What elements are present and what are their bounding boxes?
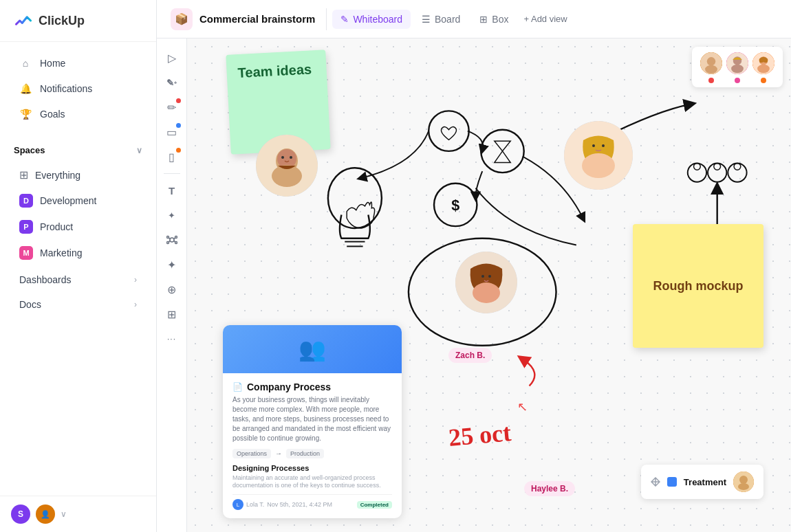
sidebar-bottom[interactable]: S 👤 ∨ (0, 496, 156, 532)
tool-pen-plus[interactable]: ✎+ (161, 71, 183, 93)
mkt-dot: M (19, 246, 33, 260)
sticky-yellow-text: Rough mockup (653, 279, 744, 293)
sidebar-item-product[interactable]: P Product (6, 214, 151, 239)
tool-pencil[interactable]: ✏ (161, 96, 183, 118)
svg-point-41 (488, 275, 491, 278)
sidebar-item-development[interactable]: D Development (6, 188, 151, 213)
chevron-right-icon: › (134, 275, 137, 285)
treatment-card: Treatment (641, 465, 763, 499)
svg-point-20 (708, 163, 726, 181)
tab-whiteboard-label: Whiteboard (353, 14, 402, 25)
label-zach: Zach B. (448, 348, 492, 363)
process-card-header: 👥 (223, 325, 402, 373)
sidebar: ClickUp ⌂ Home 🔔 Notifications 🏆 Goals S… (0, 0, 157, 532)
sidebar-item-docs[interactable]: Docs › (6, 292, 151, 314)
tab-whiteboard[interactable]: ✎ Whiteboard (332, 10, 411, 29)
project-icon: 📦 (171, 8, 193, 30)
treatment-status-square (667, 477, 677, 487)
chat-dot (176, 148, 181, 153)
tool-text[interactable]: T (161, 179, 183, 201)
avatar-chevron: ∨ (61, 509, 67, 519)
app-logo[interactable]: ClickUp (0, 0, 156, 42)
tool-globe[interactable]: ⊕ (161, 278, 183, 300)
add-view-label: + Add view (523, 14, 567, 24)
svg-point-36 (602, 144, 605, 147)
spaces-header[interactable]: Spaces ∨ (0, 138, 156, 162)
process-card-desc: As your business grows, things will inev… (232, 395, 392, 443)
spaces-label: Spaces (14, 145, 45, 155)
avatar-1 (699, 51, 724, 76)
svg-point-13 (481, 130, 523, 173)
sidebar-item-everything[interactable]: ⊞ Everything (6, 163, 151, 187)
sidebar-label-marketing: Marketing (40, 247, 82, 258)
tool-cursor[interactable]: ▷ (161, 47, 183, 69)
topbar-tabs: ✎ Whiteboard ☰ Board ⊞ Box (332, 10, 517, 29)
sidebar-label-goals: Goals (40, 109, 65, 120)
box-icon: ⊞ (479, 14, 488, 25)
tab-board-label: Board (435, 14, 460, 25)
svg-point-4 (175, 242, 177, 244)
tool-more[interactable]: ··· (161, 328, 183, 350)
sticky-note-yellow: Rough mockup (633, 224, 763, 348)
tool-shape[interactable]: ✦ (161, 204, 183, 226)
process-card[interactable]: 👥 📄 Company Process As your business gro… (223, 325, 402, 518)
sidebar-nav: ⌂ Home 🔔 Notifications 🏆 Goals (0, 42, 156, 135)
trophy-icon: 🏆 (19, 108, 32, 120)
sidebar-item-goals[interactable]: 🏆 Goals (6, 102, 151, 126)
svg-point-29 (281, 156, 284, 159)
process-title-text: Company Process (247, 381, 331, 392)
avatar-2 (725, 51, 750, 76)
add-view-button[interactable]: + Add view (517, 10, 574, 28)
sidebar-item-marketing[interactable]: M Marketing (6, 241, 151, 265)
dev-dot: D (19, 194, 33, 208)
svg-point-34 (582, 153, 615, 178)
tool-rectangle[interactable]: ▭ (161, 121, 183, 143)
svg-point-1 (166, 236, 169, 239)
pencil-dot (176, 98, 181, 103)
project-title: Commercial brainstorm (199, 13, 315, 25)
treatment-label-text: Treatment (684, 477, 726, 487)
avatar-3 (751, 51, 776, 76)
sidebar-item-notifications[interactable]: 🔔 Notifications (6, 76, 151, 101)
dashboards-label: Dashboards (19, 274, 72, 285)
grid-icon: ⊞ (19, 168, 28, 181)
tab-box[interactable]: ⊞ Box (471, 10, 517, 29)
avatar-2-dot (735, 78, 740, 83)
board-icon: ☰ (422, 14, 431, 25)
svg-point-3 (166, 242, 169, 244)
svg-point-35 (592, 144, 595, 147)
label-haylee: Haylee B. (524, 481, 575, 496)
prod-dot: P (19, 220, 33, 234)
tab-board[interactable]: ☰ Board (413, 10, 468, 29)
tool-image[interactable]: ⊞ (161, 303, 183, 325)
process-date: Nov 5th, 2021, 4:42 PM (267, 501, 332, 508)
svg-text:$: $ (451, 197, 459, 214)
flow-from: Operations (232, 449, 271, 458)
avatar-group (692, 47, 783, 87)
svg-point-18 (688, 163, 706, 181)
sidebar-item-dashboards[interactable]: Dashboards › (6, 267, 151, 289)
rectangle-dot (176, 123, 181, 128)
tool-network[interactable] (161, 229, 183, 251)
svg-point-50 (757, 65, 770, 73)
sidebar-label-notifications: Notifications (40, 83, 92, 94)
tab-box-label: Box (492, 14, 508, 25)
canvas-area[interactable]: $ ↖ (187, 38, 791, 532)
process-card-illustration: 👥 (299, 336, 326, 362)
svg-point-44 (705, 65, 717, 74)
sidebar-item-home[interactable]: ⌂ Home (6, 51, 151, 76)
svg-point-12 (429, 111, 469, 151)
svg-line-8 (174, 241, 175, 242)
svg-point-2 (175, 236, 177, 239)
tool-chat[interactable]: ▯ (161, 146, 183, 168)
sticky-green-text: Team ideas (237, 61, 312, 80)
zach-label-text: Zach B. (455, 351, 485, 360)
docs-label: Docs (19, 299, 41, 310)
main-area: 📦 Commercial brainstorm ✎ Whiteboard ☰ B… (157, 0, 791, 532)
avatar-1-dot (708, 78, 714, 83)
chevron-right-icon: › (134, 300, 137, 309)
tool-star[interactable]: ✦ (161, 254, 183, 276)
content-area: ▷ ✎+ ✏ ▭ ▯ T ✦ (157, 38, 791, 532)
doc-icon: 📄 (232, 382, 243, 392)
svg-point-40 (481, 275, 484, 278)
